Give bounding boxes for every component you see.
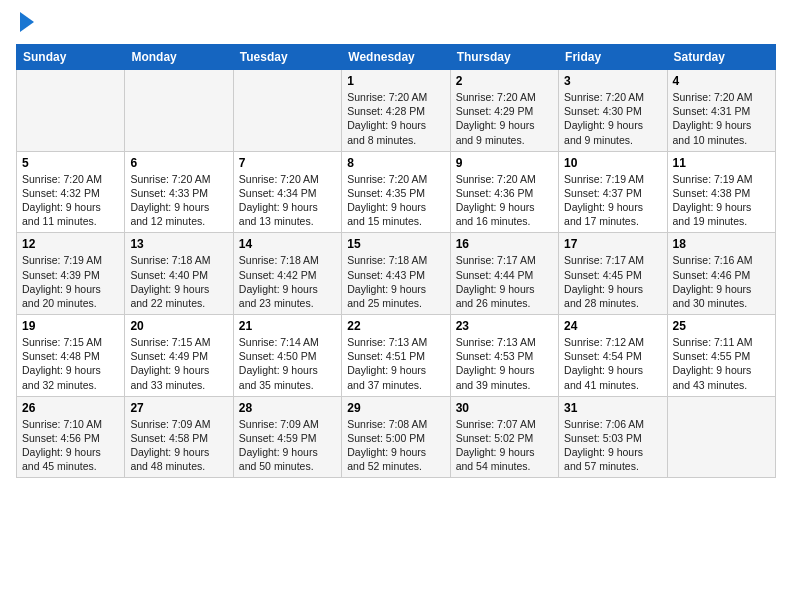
day-number: 27 [130, 401, 227, 415]
day-info: Sunrise: 7:06 AM Sunset: 5:03 PM Dayligh… [564, 417, 661, 474]
calendar-cell: 13Sunrise: 7:18 AM Sunset: 4:40 PM Dayli… [125, 233, 233, 315]
calendar-cell: 21Sunrise: 7:14 AM Sunset: 4:50 PM Dayli… [233, 315, 341, 397]
calendar-cell: 1Sunrise: 7:20 AM Sunset: 4:28 PM Daylig… [342, 70, 450, 152]
day-info: Sunrise: 7:20 AM Sunset: 4:28 PM Dayligh… [347, 90, 444, 147]
calendar-row-5: 26Sunrise: 7:10 AM Sunset: 4:56 PM Dayli… [17, 396, 776, 478]
day-info: Sunrise: 7:09 AM Sunset: 4:58 PM Dayligh… [130, 417, 227, 474]
calendar-cell: 24Sunrise: 7:12 AM Sunset: 4:54 PM Dayli… [559, 315, 667, 397]
calendar-table: SundayMondayTuesdayWednesdayThursdayFrid… [16, 44, 776, 478]
day-number: 2 [456, 74, 553, 88]
day-number: 26 [22, 401, 119, 415]
day-number: 22 [347, 319, 444, 333]
calendar-cell: 25Sunrise: 7:11 AM Sunset: 4:55 PM Dayli… [667, 315, 775, 397]
calendar-cell: 29Sunrise: 7:08 AM Sunset: 5:00 PM Dayli… [342, 396, 450, 478]
day-number: 7 [239, 156, 336, 170]
calendar-cell: 7Sunrise: 7:20 AM Sunset: 4:34 PM Daylig… [233, 151, 341, 233]
day-info: Sunrise: 7:13 AM Sunset: 4:53 PM Dayligh… [456, 335, 553, 392]
day-number: 6 [130, 156, 227, 170]
calendar-cell: 14Sunrise: 7:18 AM Sunset: 4:42 PM Dayli… [233, 233, 341, 315]
day-number: 29 [347, 401, 444, 415]
day-info: Sunrise: 7:15 AM Sunset: 4:48 PM Dayligh… [22, 335, 119, 392]
weekday-header-saturday: Saturday [667, 45, 775, 70]
day-number: 10 [564, 156, 661, 170]
weekday-header-tuesday: Tuesday [233, 45, 341, 70]
day-number: 18 [673, 237, 770, 251]
day-number: 14 [239, 237, 336, 251]
calendar-row-1: 1Sunrise: 7:20 AM Sunset: 4:28 PM Daylig… [17, 70, 776, 152]
day-number: 13 [130, 237, 227, 251]
calendar-header: SundayMondayTuesdayWednesdayThursdayFrid… [17, 45, 776, 70]
day-number: 8 [347, 156, 444, 170]
calendar-cell: 22Sunrise: 7:13 AM Sunset: 4:51 PM Dayli… [342, 315, 450, 397]
day-info: Sunrise: 7:08 AM Sunset: 5:00 PM Dayligh… [347, 417, 444, 474]
calendar-cell [125, 70, 233, 152]
calendar-cell: 15Sunrise: 7:18 AM Sunset: 4:43 PM Dayli… [342, 233, 450, 315]
logo [16, 16, 34, 32]
day-number: 25 [673, 319, 770, 333]
weekday-header-row: SundayMondayTuesdayWednesdayThursdayFrid… [17, 45, 776, 70]
day-info: Sunrise: 7:09 AM Sunset: 4:59 PM Dayligh… [239, 417, 336, 474]
calendar-cell [667, 396, 775, 478]
calendar-cell: 3Sunrise: 7:20 AM Sunset: 4:30 PM Daylig… [559, 70, 667, 152]
calendar-cell: 31Sunrise: 7:06 AM Sunset: 5:03 PM Dayli… [559, 396, 667, 478]
day-info: Sunrise: 7:20 AM Sunset: 4:30 PM Dayligh… [564, 90, 661, 147]
calendar-row-2: 5Sunrise: 7:20 AM Sunset: 4:32 PM Daylig… [17, 151, 776, 233]
day-number: 30 [456, 401, 553, 415]
calendar-cell: 17Sunrise: 7:17 AM Sunset: 4:45 PM Dayli… [559, 233, 667, 315]
day-info: Sunrise: 7:14 AM Sunset: 4:50 PM Dayligh… [239, 335, 336, 392]
calendar-cell: 6Sunrise: 7:20 AM Sunset: 4:33 PM Daylig… [125, 151, 233, 233]
page-header [16, 16, 776, 32]
day-number: 16 [456, 237, 553, 251]
day-number: 5 [22, 156, 119, 170]
logo-arrow-icon [20, 12, 34, 32]
day-info: Sunrise: 7:13 AM Sunset: 4:51 PM Dayligh… [347, 335, 444, 392]
day-info: Sunrise: 7:15 AM Sunset: 4:49 PM Dayligh… [130, 335, 227, 392]
day-number: 20 [130, 319, 227, 333]
calendar-cell: 16Sunrise: 7:17 AM Sunset: 4:44 PM Dayli… [450, 233, 558, 315]
weekday-header-sunday: Sunday [17, 45, 125, 70]
calendar-cell: 28Sunrise: 7:09 AM Sunset: 4:59 PM Dayli… [233, 396, 341, 478]
day-info: Sunrise: 7:20 AM Sunset: 4:32 PM Dayligh… [22, 172, 119, 229]
day-number: 11 [673, 156, 770, 170]
day-number: 4 [673, 74, 770, 88]
calendar-cell: 4Sunrise: 7:20 AM Sunset: 4:31 PM Daylig… [667, 70, 775, 152]
calendar-cell: 26Sunrise: 7:10 AM Sunset: 4:56 PM Dayli… [17, 396, 125, 478]
day-number: 31 [564, 401, 661, 415]
day-info: Sunrise: 7:18 AM Sunset: 4:43 PM Dayligh… [347, 253, 444, 310]
calendar-cell: 27Sunrise: 7:09 AM Sunset: 4:58 PM Dayli… [125, 396, 233, 478]
calendar-cell: 8Sunrise: 7:20 AM Sunset: 4:35 PM Daylig… [342, 151, 450, 233]
day-number: 24 [564, 319, 661, 333]
day-number: 19 [22, 319, 119, 333]
calendar-cell [233, 70, 341, 152]
calendar-body: 1Sunrise: 7:20 AM Sunset: 4:28 PM Daylig… [17, 70, 776, 478]
day-info: Sunrise: 7:20 AM Sunset: 4:29 PM Dayligh… [456, 90, 553, 147]
calendar-row-3: 12Sunrise: 7:19 AM Sunset: 4:39 PM Dayli… [17, 233, 776, 315]
day-info: Sunrise: 7:19 AM Sunset: 4:37 PM Dayligh… [564, 172, 661, 229]
calendar-cell: 11Sunrise: 7:19 AM Sunset: 4:38 PM Dayli… [667, 151, 775, 233]
calendar-cell: 30Sunrise: 7:07 AM Sunset: 5:02 PM Dayli… [450, 396, 558, 478]
calendar-cell: 12Sunrise: 7:19 AM Sunset: 4:39 PM Dayli… [17, 233, 125, 315]
day-number: 1 [347, 74, 444, 88]
day-number: 21 [239, 319, 336, 333]
day-number: 23 [456, 319, 553, 333]
day-number: 9 [456, 156, 553, 170]
calendar-row-4: 19Sunrise: 7:15 AM Sunset: 4:48 PM Dayli… [17, 315, 776, 397]
day-number: 15 [347, 237, 444, 251]
day-number: 17 [564, 237, 661, 251]
calendar-cell: 9Sunrise: 7:20 AM Sunset: 4:36 PM Daylig… [450, 151, 558, 233]
day-info: Sunrise: 7:10 AM Sunset: 4:56 PM Dayligh… [22, 417, 119, 474]
day-info: Sunrise: 7:11 AM Sunset: 4:55 PM Dayligh… [673, 335, 770, 392]
day-number: 12 [22, 237, 119, 251]
day-info: Sunrise: 7:20 AM Sunset: 4:35 PM Dayligh… [347, 172, 444, 229]
calendar-cell: 18Sunrise: 7:16 AM Sunset: 4:46 PM Dayli… [667, 233, 775, 315]
calendar-cell: 23Sunrise: 7:13 AM Sunset: 4:53 PM Dayli… [450, 315, 558, 397]
calendar-cell: 2Sunrise: 7:20 AM Sunset: 4:29 PM Daylig… [450, 70, 558, 152]
day-info: Sunrise: 7:19 AM Sunset: 4:39 PM Dayligh… [22, 253, 119, 310]
day-info: Sunrise: 7:18 AM Sunset: 4:40 PM Dayligh… [130, 253, 227, 310]
day-info: Sunrise: 7:16 AM Sunset: 4:46 PM Dayligh… [673, 253, 770, 310]
calendar-cell [17, 70, 125, 152]
day-info: Sunrise: 7:12 AM Sunset: 4:54 PM Dayligh… [564, 335, 661, 392]
weekday-header-friday: Friday [559, 45, 667, 70]
calendar-cell: 10Sunrise: 7:19 AM Sunset: 4:37 PM Dayli… [559, 151, 667, 233]
calendar-cell: 5Sunrise: 7:20 AM Sunset: 4:32 PM Daylig… [17, 151, 125, 233]
